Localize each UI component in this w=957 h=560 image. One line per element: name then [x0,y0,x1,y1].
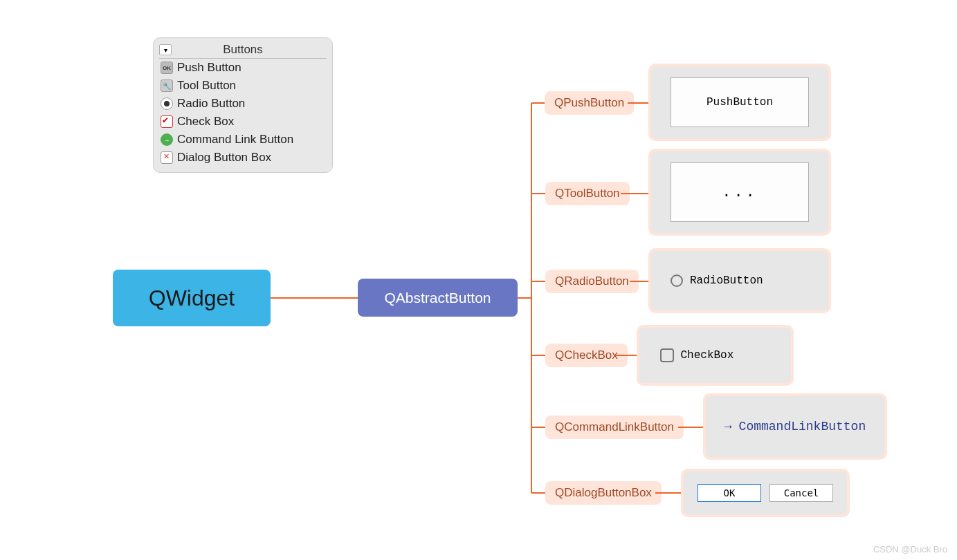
node-label: QRadioButton [555,274,629,288]
widget-box-panel: ▾ Buttons OK Push Button 🔧 Tool Button R… [153,37,333,173]
preview-commandlink: → CommandLinkButton [703,393,887,460]
node-label: QDialogButtonBox [555,486,652,500]
node-qcheckbox[interactable]: QCheckBox [545,344,628,367]
widget-item-label: Dialog Button Box [177,151,271,165]
dialogbox-icon [161,151,173,164]
dialogbuttonbox-sample: OK Cancel [698,484,833,502]
widget-item-check-box[interactable]: Check Box [159,113,327,131]
cancel-label: Cancel [784,487,819,498]
widget-item-tool-button[interactable]: 🔧 Tool Button [159,77,327,95]
sample-label: ... [722,184,758,201]
node-qtoolbutton[interactable]: QToolButton [545,182,630,205]
arrow-right-icon: → [724,420,732,433]
checkbox-icon [161,115,173,128]
radiobutton-icon [161,97,173,110]
sample-label: CheckBox [681,349,734,362]
widget-panel-title: Buttons [159,43,327,57]
checkbox-sample[interactable]: CheckBox [660,348,771,362]
node-label: QPushButton [554,96,624,110]
widget-item-label: Tool Button [177,79,236,93]
toolbutton-icon: 🔧 [161,80,173,92]
checkbox-box-icon [660,348,674,362]
toolbutton-sample[interactable]: ... [671,162,809,222]
commandlink-icon: → [161,133,173,146]
node-label: QCheckBox [555,348,618,362]
widget-item-radio-button[interactable]: Radio Button [159,95,327,113]
preview-checkbox: CheckBox [637,325,794,386]
radio-circle-icon [671,274,683,287]
node-qcommandlinkbutton[interactable]: QCommandLinkButton [545,416,684,439]
preview-pushbutton: PushButton [648,64,831,141]
widget-item-label: Push Button [177,61,241,75]
node-label: QCommandLinkButton [555,420,674,434]
preview-radiobutton: RadioButton [648,248,831,313]
ok-label: OK [724,487,736,498]
widget-panel-header[interactable]: ▾ Buttons [159,41,327,59]
node-qdialogbuttonbox[interactable]: QDialogButtonBox [545,481,662,505]
node-qpushbutton[interactable]: QPushButton [545,91,634,115]
widget-item-label: Radio Button [177,97,245,111]
sample-label: PushButton [707,96,773,109]
node-label: QAbstractButton [384,290,491,306]
node-label: QToolButton [555,187,620,200]
radiobutton-sample[interactable]: RadioButton [671,274,809,287]
ok-button[interactable]: OK [698,484,761,502]
node-qabstractbutton[interactable]: QAbstractButton [358,279,518,317]
watermark-text: CSDN @Duck Bro [873,544,947,554]
widget-item-dialog-box[interactable]: Dialog Button Box [159,149,327,167]
watermark: CSDN @Duck Bro [873,544,947,554]
cancel-button[interactable]: Cancel [769,484,833,502]
preview-toolbutton: ... [648,149,831,236]
widget-item-command-link[interactable]: → Command Link Button [159,131,327,149]
widget-item-label: Check Box [177,115,234,129]
node-qradiobutton[interactable]: QRadioButton [545,270,639,293]
commandlink-sample[interactable]: → CommandLinkButton [724,420,866,433]
node-qwidget[interactable]: QWidget [113,270,271,326]
pushbutton-sample[interactable]: PushButton [671,77,809,127]
widget-item-push-button[interactable]: OK Push Button [159,59,327,77]
node-label: QWidget [149,286,235,311]
preview-dialogbuttonbox: OK Cancel [681,469,850,517]
widget-item-label: Command Link Button [177,133,293,147]
sample-label: CommandLinkButton [739,420,866,433]
pushbutton-icon: OK [161,62,173,74]
sample-label: RadioButton [690,274,763,287]
